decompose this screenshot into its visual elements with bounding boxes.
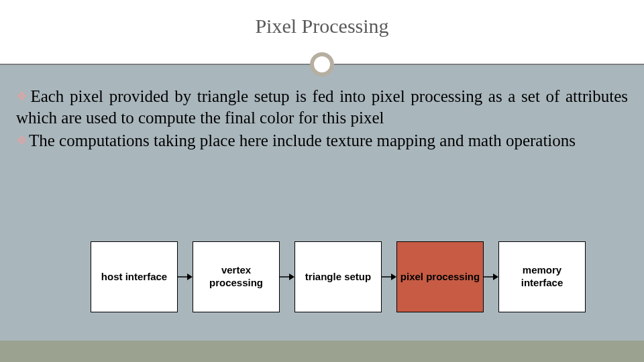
- pipeline-stage-triangle-setup: triangle setup: [294, 241, 382, 312]
- svg-marker-1: [187, 274, 193, 280]
- svg-marker-3: [289, 274, 294, 280]
- pipeline-diagram: host interface vertex processing triangl…: [91, 241, 612, 312]
- page-title: Pixel Processing: [0, 15, 644, 38]
- slide: Pixel Processing ❖Each pixel provided by…: [0, 0, 644, 362]
- pipeline-stage-pixel-processing: pixel processing: [396, 241, 484, 312]
- bullet-item: ❖The computations taking place here incl…: [16, 130, 628, 152]
- bullet-list: ❖Each pixel provided by triangle setup i…: [16, 86, 628, 153]
- pipeline-stage-vertex-processing: vertex processing: [193, 241, 280, 312]
- pipeline-stage-memory-interface: memory interface: [498, 241, 586, 312]
- footer-strip: [0, 341, 644, 362]
- bullet-text: Each pixel provided by triangle setup is…: [16, 87, 628, 127]
- svg-marker-7: [493, 274, 498, 280]
- arrow-right-icon: [484, 273, 498, 281]
- diamond-bullet-icon: ❖: [16, 133, 28, 147]
- diamond-bullet-icon: ❖: [16, 89, 29, 103]
- pipeline-stage-host-interface: host interface: [91, 241, 178, 312]
- bullet-text: The computations taking place here inclu…: [29, 131, 576, 149]
- ring-ornament-icon: [310, 52, 334, 76]
- arrow-right-icon: [382, 273, 396, 281]
- bullet-item: ❖Each pixel provided by triangle setup i…: [16, 86, 628, 129]
- svg-marker-5: [391, 274, 396, 280]
- arrow-right-icon: [280, 273, 294, 281]
- arrow-right-icon: [178, 273, 193, 281]
